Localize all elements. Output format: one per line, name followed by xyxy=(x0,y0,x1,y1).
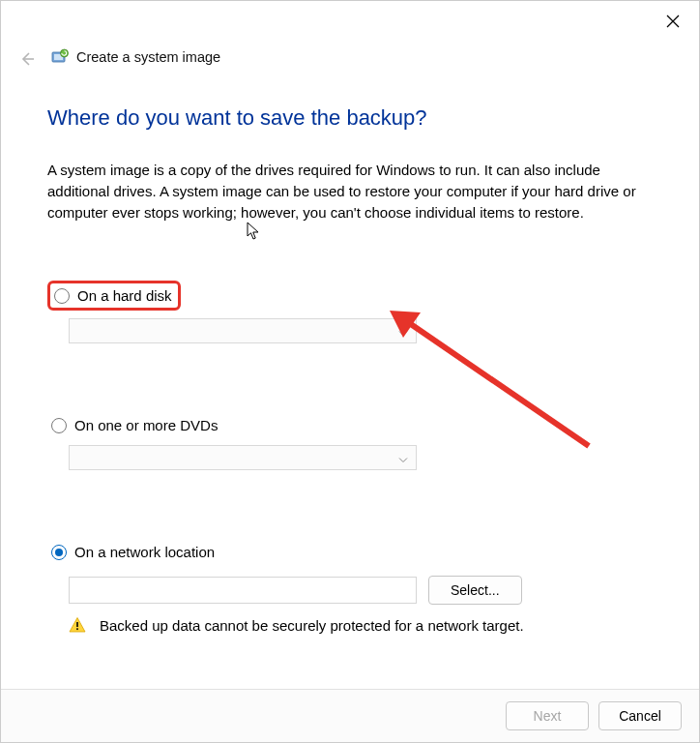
svg-point-5 xyxy=(61,49,69,57)
network-warning-text: Backed up data cannot be securely protec… xyxy=(100,617,524,634)
radio-label: On one or more DVDs xyxy=(74,417,218,433)
system-image-icon xyxy=(51,48,69,66)
back-button[interactable] xyxy=(18,50,36,68)
radio-label: On a network location xyxy=(74,544,215,560)
option-dvds: On one or more DVDs xyxy=(47,413,653,470)
main-content: Where do you want to save the backup? A … xyxy=(47,98,653,634)
network-path-input[interactable] xyxy=(69,577,417,604)
radio-icon xyxy=(51,545,67,560)
option-hard-disk: On a hard disk xyxy=(47,281,653,343)
wizard-title-row: Create a system image xyxy=(51,48,220,66)
radio-network[interactable]: On a network location xyxy=(47,540,220,564)
close-button[interactable] xyxy=(658,11,687,35)
svg-rect-9 xyxy=(76,629,78,631)
radio-icon xyxy=(54,288,70,304)
radio-dvds[interactable]: On one or more DVDs xyxy=(47,413,223,437)
close-icon xyxy=(666,15,680,28)
radio-label: On a hard disk xyxy=(77,287,172,304)
radio-icon xyxy=(51,418,67,433)
chevron-down-icon xyxy=(398,450,408,466)
page-heading: Where do you want to save the backup? xyxy=(47,105,653,131)
dialog-footer: Next Cancel xyxy=(1,689,699,742)
network-warning-row: Backed up data cannot be securely protec… xyxy=(69,616,653,634)
option-network: On a network location Select... Backed u… xyxy=(47,540,653,634)
warning-icon xyxy=(69,616,86,634)
back-arrow-icon xyxy=(18,50,36,68)
select-network-button[interactable]: Select... xyxy=(428,576,522,605)
radio-hard-disk[interactable]: On a hard disk xyxy=(47,281,181,311)
network-path-row: Select... xyxy=(69,576,653,605)
next-button[interactable]: Next xyxy=(506,701,589,730)
create-system-image-dialog: Create a system image Where do you want … xyxy=(0,0,700,743)
cancel-button[interactable]: Cancel xyxy=(598,701,682,730)
page-description: A system image is a copy of the drives r… xyxy=(47,160,642,223)
chevron-down-icon xyxy=(398,323,408,340)
dvds-dropdown[interactable] xyxy=(69,445,417,470)
wizard-title: Create a system image xyxy=(76,49,220,65)
svg-rect-8 xyxy=(76,622,78,627)
hard-disk-dropdown[interactable] xyxy=(69,318,417,343)
